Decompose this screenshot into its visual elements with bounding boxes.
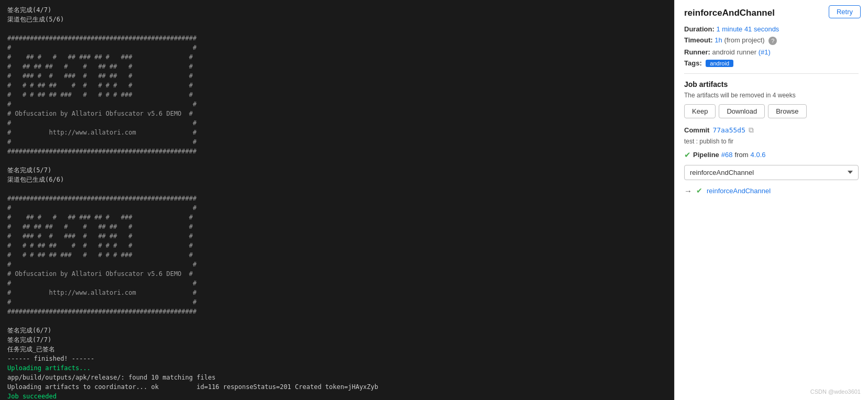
pipeline-label: Pipeline <box>693 151 719 159</box>
pipeline-branch-link[interactable]: 4.0.6 <box>751 151 766 159</box>
arrow-icon: → <box>684 186 692 195</box>
sidebar: Retry reinforceAndChannel Duration: 1 mi… <box>674 0 868 400</box>
runner-value: android runner <box>712 48 756 56</box>
runner-link[interactable]: (#1) <box>759 48 771 56</box>
branch-selector[interactable]: reinforceAndChannel <box>684 165 859 180</box>
divider-1 <box>684 73 859 74</box>
duration-label: Duration: <box>684 25 715 33</box>
csdn-watermark: CSDN @wdeo3601 <box>810 388 861 395</box>
job-link-row: → ✔ reinforceAndChannel <box>684 186 859 195</box>
artifact-buttons: Keep Download Browse <box>684 104 859 118</box>
browse-button[interactable]: Browse <box>768 104 806 118</box>
tags-label: Tags: <box>684 59 702 67</box>
tags-row: Tags: android <box>684 59 859 67</box>
job-link[interactable]: reinforceAndChannel <box>707 187 771 195</box>
timeout-link[interactable]: 1h <box>715 36 722 44</box>
duration-value: 1 minute 41 seconds <box>716 25 779 33</box>
android-tag: android <box>706 60 733 67</box>
retry-button[interactable]: Retry <box>829 5 861 18</box>
job-artifacts-title: Job artifacts <box>684 80 859 88</box>
timeout-row: Timeout: 1h (from project) ? <box>684 36 859 45</box>
pipeline-row: ✔ Pipeline #68 from 4.0.6 <box>684 150 859 160</box>
artifact-note: The artifacts will be removed in 4 weeks <box>684 92 859 99</box>
commit-message: test : publish to fir <box>684 138 859 145</box>
terminal-panel: 签名完成(4/7) 渠道包已生成(5/6) ##################… <box>0 0 674 400</box>
commit-label: Commit <box>684 126 709 134</box>
runner-label: Runner: <box>684 48 710 56</box>
timeout-label: Timeout: <box>684 36 713 44</box>
copy-icon[interactable]: ⧉ <box>749 126 754 135</box>
timeout-from: (from project) <box>724 36 764 44</box>
download-button[interactable]: Download <box>719 104 765 118</box>
job-status-icon: ✔ <box>696 186 702 195</box>
pipeline-check-icon: ✔ <box>684 150 691 160</box>
commit-row: Commit 77aa55d5 ⧉ <box>684 126 859 135</box>
pipeline-number-link[interactable]: #68 <box>721 151 733 159</box>
duration-row: Duration: 1 minute 41 seconds <box>684 25 859 33</box>
keep-button[interactable]: Keep <box>684 104 716 118</box>
commit-hash-link[interactable]: 77aa55d5 <box>712 126 745 134</box>
pipeline-from-text: from <box>735 151 749 159</box>
runner-row: Runner: android runner (#1) <box>684 48 859 56</box>
help-icon[interactable]: ? <box>768 37 777 45</box>
terminal-output: 签名完成(4/7) 渠道包已生成(5/6) ##################… <box>7 5 667 400</box>
